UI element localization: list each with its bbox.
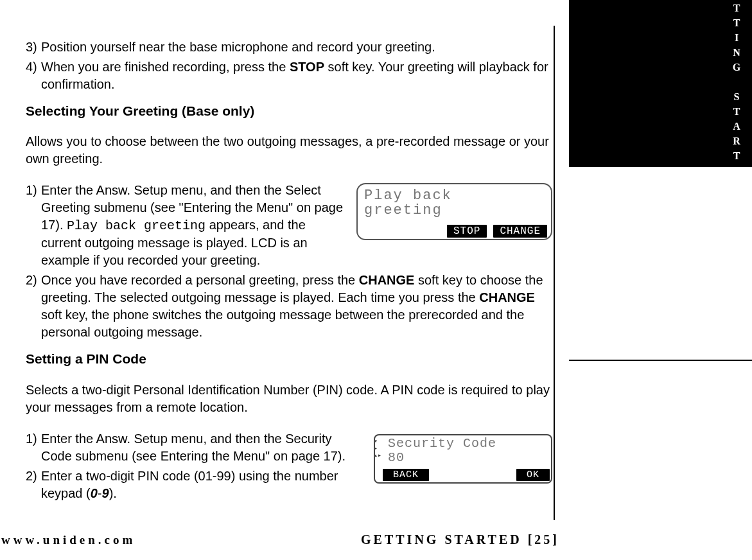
softkey-back[interactable]: BACK <box>383 469 429 481</box>
paragraph: Allows you to choose between the two out… <box>26 133 552 168</box>
lcd-security: ▾▸▴▸ Security Code 80 BACK OK <box>374 434 552 484</box>
paragraph: Selects a two-digit Personal Identificat… <box>26 381 552 416</box>
step-text: Enter the Answ. Setup menu, and then the… <box>41 430 365 465</box>
step-number: 3) <box>26 39 41 56</box>
step-number: 1) <box>26 430 41 465</box>
step-number: 1) <box>26 182 41 269</box>
footer-url: www.uniden.com <box>0 533 136 547</box>
content-area: 3) Position yourself near the base micro… <box>26 39 552 502</box>
side-tab: GETTING STARTED <box>569 0 752 167</box>
footer-section-page: GETTING STARTED [25] <box>361 532 752 547</box>
softkey-change[interactable]: CHANGE <box>493 225 547 238</box>
lcd-line: 80 <box>379 451 548 465</box>
page-footer: www.uniden.com GETTING STARTED [25] <box>0 532 752 547</box>
softkey-stop[interactable]: STOP <box>447 225 487 238</box>
heading-pin-code: Setting a PIN Code <box>26 350 552 368</box>
step-b1: 1) Enter the Answ. Setup menu, and then … <box>26 182 347 269</box>
heading-selecting-greeting: Selecting Your Greeting (Base only) <box>26 102 552 120</box>
step-4: 4) When you are finished recording, pres… <box>26 58 552 93</box>
manual-page: GETTING STARTED 3) Position yourself nea… <box>0 0 752 560</box>
step-number: 4) <box>26 58 41 93</box>
step-number: 2) <box>26 272 41 341</box>
lcd-line: greeting <box>364 203 545 218</box>
lcd-softkey-row: STOP CHANGE <box>364 225 547 238</box>
lcd-line: Play back <box>364 188 545 203</box>
step-b2: 2) Once you have recorded a personal gre… <box>26 272 552 341</box>
step-c1: 1) Enter the Answ. Setup menu, and then … <box>26 430 365 465</box>
step-text: When you are finished recording, press t… <box>41 58 552 93</box>
step-text: Enter the Answ. Setup menu, and then the… <box>41 182 347 269</box>
vertical-rule <box>554 26 555 520</box>
step-number: 2) <box>26 468 41 502</box>
lcd-playback: Play back greeting STOP CHANGE <box>356 183 552 240</box>
step-c2: 2) Enter a two-digit PIN code (01-99) us… <box>26 468 365 502</box>
lcd-softkey-row: BACK OK <box>383 469 550 481</box>
step-text: Position yourself near the base micropho… <box>41 39 552 56</box>
lcd-line: Security Code <box>379 437 548 451</box>
step-text: Enter a two-digit PIN code (01-99) using… <box>41 468 365 502</box>
side-horizontal-rule <box>569 360 752 361</box>
nav-arrows-icon: ▾▸▴▸ <box>374 438 381 459</box>
side-tab-text: GETTING STARTED <box>731 0 742 195</box>
lcd-screen: Play back greeting STOP CHANGE <box>356 183 552 240</box>
lcd-screen: ▾▸▴▸ Security Code 80 BACK OK <box>374 434 552 484</box>
step-text: Once you have recorded a personal greeti… <box>41 272 552 341</box>
step-3: 3) Position yourself near the base micro… <box>26 39 552 56</box>
softkey-ok[interactable]: OK <box>516 469 550 481</box>
